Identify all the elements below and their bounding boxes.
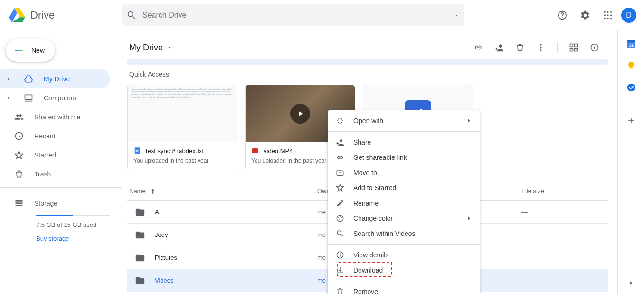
file-name: Joey (155, 231, 168, 238)
svg-rect-20 (575, 44, 578, 47)
context-menu-item[interactable]: Search within Videos (328, 226, 480, 241)
avatar[interactable]: D (621, 8, 636, 23)
context-menu-item[interactable]: Change color (328, 211, 480, 226)
svg-point-17 (540, 47, 541, 48)
logo-area[interactable]: Drive (8, 6, 122, 25)
menu-item-icon (335, 138, 345, 147)
menu-item-icon (335, 199, 345, 207)
svg-point-9 (607, 18, 608, 19)
context-menu-item[interactable]: View details (328, 247, 480, 263)
info-icon[interactable] (585, 38, 604, 57)
header-actions: D (473, 6, 636, 25)
get-link-icon[interactable] (469, 38, 488, 57)
help-icon[interactable] (553, 6, 572, 25)
expand-icon[interactable] (4, 77, 13, 81)
svg-point-31 (254, 149, 254, 149)
tasks-icon[interactable] (625, 82, 637, 93)
apps-icon[interactable] (598, 6, 617, 25)
menu-item-icon (335, 168, 345, 177)
svg-point-34 (337, 215, 343, 222)
expand-icon[interactable] (4, 96, 13, 100)
context-menu-item[interactable]: Rename (328, 196, 480, 211)
context-menu-item[interactable]: Download (328, 263, 480, 278)
menu-item-label: Rename (353, 199, 379, 207)
context-menu-item[interactable]: Get shareable link (328, 150, 480, 165)
sidebar-item-starred[interactable]: Starred (0, 146, 110, 165)
folder-icon (135, 230, 145, 240)
quick-access-card[interactable]: Lorem ipsum dolor sit amet consectetur a… (127, 85, 237, 170)
header: Drive D (0, 0, 644, 30)
search-bar[interactable] (122, 4, 464, 26)
svg-point-10 (610, 18, 612, 19)
breadcrumb[interactable]: My Drive (127, 43, 172, 53)
sidebar: New My Drive Computers Shared with me Re… (0, 30, 122, 294)
svg-point-1 (562, 17, 562, 17)
new-button[interactable]: New (6, 39, 55, 62)
sidebar-item-label: Shared with me (34, 113, 110, 121)
video-icon (251, 147, 259, 155)
sidebar-item-recent[interactable]: Recent (0, 127, 110, 146)
svg-text:31: 31 (628, 43, 633, 48)
card-title: test sync # tabdex.txt (146, 147, 204, 155)
file-size: — (521, 277, 608, 284)
svg-point-16 (540, 44, 541, 46)
plus-icon (12, 44, 26, 57)
add-panel-icon[interactable] (625, 115, 637, 126)
storage-icon (13, 198, 25, 208)
sidebar-item-my-drive[interactable]: My Drive (0, 69, 110, 88)
menu-item-label: Remove (353, 288, 378, 294)
menu-item-label: Search within Videos (353, 230, 415, 237)
svg-rect-25 (135, 147, 140, 154)
menu-item-label: View details (353, 251, 388, 259)
side-panel: 31 (617, 30, 644, 294)
docs-icon (133, 147, 141, 155)
menu-item-label: Change color (353, 215, 393, 222)
play-icon (290, 104, 310, 124)
people-icon (13, 112, 25, 122)
svg-point-38 (339, 219, 340, 220)
settings-icon[interactable] (576, 6, 595, 25)
keep-icon[interactable] (625, 60, 637, 71)
sidebar-item-computers[interactable]: Computers (0, 88, 110, 108)
search-icon[interactable] (126, 10, 137, 20)
folder-icon (135, 207, 145, 217)
search-dropdown-icon[interactable] (454, 12, 460, 18)
svg-rect-15 (16, 205, 23, 206)
col-header-size[interactable]: File size (521, 187, 608, 195)
file-name: Pictures (155, 254, 177, 261)
storage-used-text: 7.5 GB of 15 GB used (0, 221, 122, 228)
svg-point-8 (604, 18, 606, 19)
sidebar-item-shared[interactable]: Shared with me (0, 108, 110, 127)
menu-item-icon (335, 251, 345, 259)
svg-point-36 (340, 216, 341, 217)
context-menu-item[interactable]: Remove (328, 284, 480, 294)
menu-item-icon (335, 266, 345, 274)
sidebar-item-trash[interactable]: Trash (0, 165, 110, 184)
banner (127, 59, 608, 65)
calendar-icon[interactable]: 31 (625, 38, 637, 49)
buy-storage-link[interactable]: Buy storage (0, 235, 122, 242)
context-menu-item[interactable]: Add to Starred (328, 180, 480, 196)
delete-icon[interactable] (511, 38, 530, 57)
toolbar (469, 38, 604, 57)
context-menu-item[interactable]: Open with (328, 113, 480, 128)
file-name: Videos (155, 277, 174, 284)
menu-item-icon (335, 117, 345, 125)
context-menu-item[interactable]: Move to (328, 165, 480, 180)
sidebar-item-label: My Drive (44, 75, 110, 83)
svg-point-3 (607, 11, 608, 12)
svg-point-18 (540, 49, 541, 51)
more-icon[interactable] (531, 38, 550, 57)
sidebar-item-storage[interactable]: Storage (0, 194, 110, 213)
storage-bar (36, 215, 110, 216)
search-input[interactable] (142, 11, 450, 20)
share-person-icon[interactable] (490, 38, 509, 57)
file-name: A (155, 208, 159, 216)
svg-point-6 (607, 14, 608, 16)
context-menu-item[interactable]: Share (328, 135, 480, 150)
star-icon (13, 150, 25, 160)
menu-item-icon (335, 214, 345, 223)
grid-view-icon[interactable] (564, 38, 583, 57)
side-panel-toggle-icon[interactable] (628, 280, 635, 286)
col-header-name[interactable]: Name (127, 187, 317, 195)
